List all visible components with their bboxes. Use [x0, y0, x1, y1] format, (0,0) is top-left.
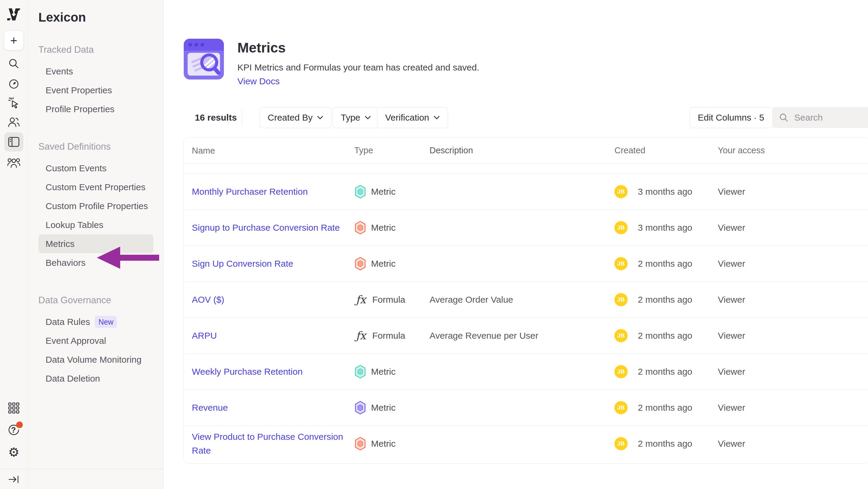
access-cell: Viewer [718, 295, 868, 305]
sidebar-item-label: Data Deletion [45, 369, 100, 388]
metric-name-link[interactable]: ARPU [192, 330, 217, 341]
column-header-description[interactable]: Description [430, 145, 614, 155]
avatar: JB [614, 257, 628, 270]
table-row[interactable]: ARPU ƒx Formula Average Revenue per User… [184, 318, 868, 354]
sidebar-item[interactable]: Custom Profile Properties [38, 197, 153, 215]
access-cell: Viewer [718, 186, 868, 197]
discover-icon[interactable] [4, 75, 23, 94]
table-header-row: Name Type Description Created Your acces… [184, 137, 868, 164]
edit-columns-button[interactable]: Edit Columns · 5 [690, 107, 772, 128]
chevron-down-icon [317, 115, 323, 120]
sidebar-item-label: Metrics [45, 234, 74, 253]
metric-name-link[interactable]: AOV ($) [192, 295, 224, 305]
toolbar-divider [242, 110, 242, 126]
access-cell: Viewer [718, 223, 868, 233]
table-row[interactable]: Weekly Purchase Retention Metric JB 2 mo… [184, 354, 868, 390]
table-row-partial [184, 164, 868, 174]
metric-name-link[interactable]: Weekly Purchase Retention [192, 367, 303, 376]
metric-name-link[interactable]: Signup to Purchase Conversion Rate [192, 223, 340, 232]
create-new-button[interactable]: + [4, 31, 23, 50]
verification-filter[interactable]: Verification [377, 107, 448, 128]
collapse-sidebar-icon[interactable] [4, 470, 23, 489]
column-header-name[interactable]: Name [184, 144, 354, 157]
type-label: Metric [371, 259, 396, 269]
view-docs-link[interactable]: View Docs [237, 76, 280, 86]
metric-name-link[interactable]: Sign Up Conversion Rate [192, 259, 293, 268]
users-icon[interactable] [4, 112, 23, 132]
created-by-filter[interactable]: Created By [259, 107, 332, 128]
column-header-created[interactable]: Created [614, 145, 718, 155]
metric-name-link[interactable]: Monthly Purchaser Retention [192, 186, 308, 197]
created-cell: 2 months ago [638, 367, 692, 377]
access-cell: Viewer [718, 367, 868, 377]
plus-icon: + [10, 34, 17, 47]
search-box[interactable] [772, 107, 868, 128]
page-header: Metrics KPI Metrics and Formulas your te… [183, 38, 479, 86]
sidebar-item[interactable]: Custom Event Properties [38, 178, 153, 197]
annotation-arrow-icon [97, 247, 160, 269]
sidebar-section-label: Saved Definitions [38, 141, 163, 153]
chevron-down-icon [433, 115, 440, 120]
type-label: Formula [372, 330, 405, 341]
type-filter[interactable]: Type [333, 107, 379, 128]
new-badge: New [95, 316, 117, 328]
type-label: Metric [371, 367, 396, 377]
metric-type-icon [354, 437, 366, 451]
created-cell: 2 months ago [638, 295, 692, 305]
sidebar-section-label: Data Governance [38, 294, 163, 306]
metric-type-icon [354, 365, 366, 379]
created-cell: 2 months ago [638, 330, 692, 341]
sidebar-item-label: Custom Profile Properties [45, 197, 148, 215]
type-label: Metric [371, 403, 396, 413]
sidebar-item-label: Custom Events [45, 159, 106, 178]
table-row[interactable]: Signup to Purchase Conversion Rate Metri… [184, 210, 868, 246]
sidebar-item-label: Data Rules [45, 312, 90, 331]
rail-bottom-divider [0, 469, 164, 469]
table-row[interactable]: AOV ($) ƒx Formula Average Order Value J… [184, 282, 868, 318]
metrics-app-icon [183, 38, 225, 80]
sidebar-item[interactable]: Data Volume Monitoring [38, 350, 153, 369]
lexicon-icon[interactable] [4, 132, 23, 151]
search-icon[interactable] [4, 54, 23, 73]
metric-name-link[interactable]: View Product to Purchase Conversion Rate [192, 432, 343, 455]
column-header-type[interactable]: Type [354, 145, 430, 155]
help-icon[interactable]: ? [4, 420, 23, 439]
metric-type-icon [354, 185, 366, 199]
sidebar-item[interactable]: Custom Events [38, 159, 153, 178]
sidebar-item[interactable]: Event Approval [38, 331, 153, 350]
mixpanel-logo-icon[interactable] [4, 5, 23, 24]
type-label: Metric [371, 223, 396, 233]
metrics-table: Name Type Description Created Your acces… [183, 137, 868, 464]
cursor-click-icon[interactable] [4, 93, 23, 113]
gear-icon: ⚙ [8, 446, 20, 459]
sidebar-item-label: Custom Event Properties [45, 178, 145, 197]
table-row[interactable]: Monthly Purchaser Retention Metric JB 3 … [184, 174, 868, 210]
sidebar-item-label: Events [45, 62, 73, 81]
sidebar-item[interactable]: Events [38, 62, 153, 81]
table-row[interactable]: Sign Up Conversion Rate Metric JB 2 mont… [184, 246, 868, 282]
type-label: Metric [371, 186, 396, 197]
sidebar-item[interactable]: Profile Properties [38, 99, 153, 118]
sidebar-item[interactable]: Data Deletion [38, 369, 153, 388]
sidebar-item[interactable]: Data Rules New [38, 312, 153, 331]
access-cell: Viewer [718, 259, 868, 269]
table-row[interactable]: View Product to Purchase Conversion Rate… [184, 426, 868, 462]
sidebar-item[interactable]: Event Properties [38, 81, 153, 99]
column-header-your-access[interactable]: Your access [718, 145, 868, 155]
sidebar-item-label: Behaviors [45, 253, 86, 272]
created-cell: 2 months ago [638, 439, 692, 449]
settings-icon[interactable]: ⚙ [4, 443, 23, 462]
sidebar-item-label: Data Volume Monitoring [45, 350, 142, 369]
formula-type-icon: ƒx [354, 293, 368, 306]
search-input[interactable] [794, 113, 868, 123]
sidebar-section: Tracked Data Events Event Properties Pro… [38, 44, 163, 118]
metric-name-link[interactable]: Revenue [192, 403, 228, 412]
sidebar-item[interactable]: Lookup Tables [38, 215, 153, 234]
sidebar-section-label: Tracked Data [38, 44, 163, 56]
results-count: 16 results [195, 107, 237, 128]
avatar: JB [614, 185, 628, 198]
cohorts-icon[interactable] [4, 153, 23, 173]
apps-grid-icon[interactable] [4, 398, 23, 418]
table-row[interactable]: Revenue Metric JB 2 months ago Viewer [184, 390, 868, 426]
formula-type-icon: ƒx [354, 329, 368, 342]
